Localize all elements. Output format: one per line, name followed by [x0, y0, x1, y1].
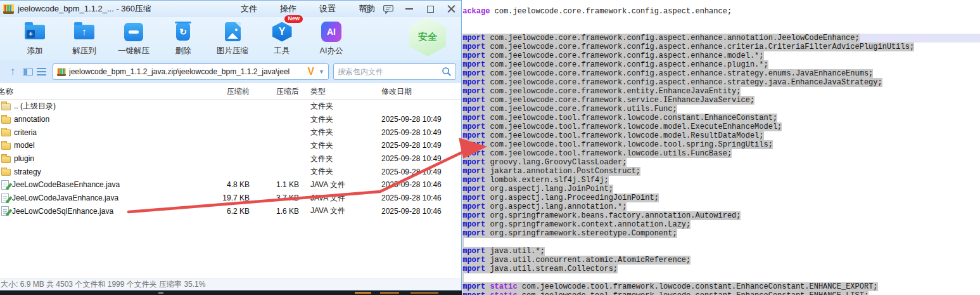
file-type: 文件夹 [299, 114, 381, 125]
file-name: model [14, 141, 35, 150]
vip-v-icon[interactable]: V [307, 67, 314, 77]
delete-icon: ↻ [172, 20, 194, 43]
code-line: import groovy.lang.GroovyClassLoader; [462, 158, 980, 167]
file-row[interactable]: model 文件夹 2025-09-28 10:49 [0, 139, 461, 152]
feedback-icon[interactable] [382, 3, 395, 15]
file-name: criteria [14, 128, 37, 137]
code-line: import com.jeelowcode.core.framework.con… [462, 43, 980, 51]
screenshot-stage: jeelowcode_bpm_1.1.2_... - 360压缩 文件 操作 设… [0, 0, 980, 295]
file-row[interactable]: strategy 文件夹 2025-09-28 10:49 [0, 165, 461, 178]
extract-icon: ↑ [73, 20, 96, 43]
menu-actions[interactable]: 操作 [280, 3, 296, 15]
title-bar: jeelowcode_bpm_1.1.2_... - 360压缩 文件 操作 设… [0, 1, 461, 17]
menu-settings[interactable]: 设置 [319, 3, 336, 15]
code-line: import com.jeelowcode.core.framework.con… [462, 69, 980, 78]
folder-icon [1, 117, 11, 124]
navigate-up-icon[interactable]: ↑ [5, 65, 20, 78]
file-row[interactable]: JeeLowCodeSqlEnhance.java 6.2 KB 1.6 KB … [0, 205, 461, 218]
archive-icon [57, 68, 66, 76]
code-line: import com.jeelowcode.core.framework.ent… [462, 87, 980, 96]
code-line [462, 25, 980, 34]
file-row[interactable]: .. (上级目录) 文件夹 [0, 100, 461, 113]
column-modified[interactable]: 修改日期 [381, 86, 456, 97]
menu-file[interactable]: 文件 [241, 3, 257, 15]
archiver-window: jeelowcode_bpm_1.1.2_... - 360压缩 文件 操作 设… [0, 0, 462, 291]
code-editor-panel[interactable]: package com.jeelowcode.core.framework.co… [462, 0, 980, 295]
file-name: plugin [14, 154, 34, 163]
close-button[interactable] [445, 3, 457, 15]
toolbar-button-onekey[interactable]: 一键解压 [109, 17, 158, 60]
code-line: import jakarta.annotation.PostConstruct; [462, 167, 980, 176]
column-size-before[interactable]: 压缩前 [209, 86, 250, 97]
code-line: import java.util.*; [462, 247, 980, 256]
folder-icon [1, 156, 11, 163]
code-line: import org.aspectj.lang.JoinPoint; [462, 185, 980, 193]
search-box [333, 63, 456, 80]
theme-shirt-icon[interactable] [361, 3, 374, 15]
list-view-icon[interactable] [37, 68, 46, 75]
column-name[interactable]: 名称 [0, 86, 209, 97]
file-type: 文件夹 [299, 140, 381, 151]
address-bar[interactable]: jeelowcode_bpm_1.1.2_java.zip\jeelowcode… [53, 63, 329, 80]
size-before: 19.7 KB [209, 193, 250, 202]
archive-path: jeelowcode_bpm_1.1.2_java.zip\jeelowcode… [69, 67, 304, 76]
file-row[interactable]: plugin 文件夹 2025-09-28 10:49 [0, 152, 461, 166]
maximize-button[interactable] [424, 3, 436, 15]
modified-date: 2025-09-28 10:49 [381, 141, 456, 150]
size-after: 1.6 KB [250, 207, 299, 216]
folder-icon [1, 143, 11, 150]
size-before: 6.2 KB [209, 207, 250, 216]
code-line: import com.jeelowcode.tool.framework.low… [462, 131, 980, 140]
file-name: JeeLowCodeSqlEnhance.java [12, 207, 113, 216]
toolbar-button-ai[interactable]: AI AI办公 [307, 17, 356, 60]
status-bar: 大小: 6.9 MB 共 4503 个文件和 1999 个文件夹 压缩率 35.… [0, 279, 461, 290]
toolbar-label: 一键解压 [118, 46, 150, 56]
toolbar-button-extract[interactable]: ↑ 解压到 [60, 17, 109, 60]
file-name: JeeLowCodeJavaEnhance.java [12, 193, 118, 202]
toolbar-button-delete[interactable]: ↻ 删除 [158, 17, 208, 60]
minimize-button[interactable] [403, 3, 416, 15]
code-line: import org.springframework.beans.factory… [462, 211, 980, 220]
toolbar-label: 添加 [27, 46, 43, 56]
code-line: import java.util.stream.Collectors; [462, 265, 980, 273]
add-icon: + [23, 20, 46, 43]
modified-date: 2025-09-28 10:46 [381, 180, 456, 189]
modified-date: 2025-09-28 10:46 [381, 193, 456, 202]
toolbar-label: 删除 [175, 46, 191, 56]
toolbar-label: 工具 [274, 46, 290, 56]
app-zip-icon [3, 4, 14, 14]
file-type: JAVA 文件 [299, 180, 381, 190]
code-line [462, 16, 980, 25]
file-type: 文件夹 [299, 154, 381, 164]
file-row[interactable]: criteria 文件夹 2025-09-28 10:49 [0, 126, 461, 139]
modified-date: 2025-09-28 10:46 [381, 207, 456, 216]
file-row[interactable]: annotation 文件夹 2025-09-28 10:49 [0, 113, 461, 126]
file-row[interactable]: JeeLowCodeBaseEnhance.java 4.8 KB 1.1 KB… [0, 178, 461, 192]
file-row[interactable]: JeeLowCodeJavaEnhance.java 19.7 KB 3.7 K… [0, 192, 461, 205]
new-badge: New [284, 15, 303, 23]
toolbar-label: 图片压缩 [217, 46, 248, 56]
code-line: import static com.jeelowcode.tool.framew… [462, 282, 980, 291]
file-name: JeeLowCodeBaseEnhance.java [12, 180, 120, 189]
status-text: 大小: 6.9 MB 共 4503 个文件和 1999 个文件夹 压缩率 35.… [0, 279, 205, 290]
column-size-after[interactable]: 压缩后 [250, 86, 299, 97]
code-line: import com.jeelowcode.tool.framework.low… [462, 114, 980, 122]
file-type: JAVA 文件 [299, 193, 381, 204]
ai-icon: AI [320, 20, 343, 43]
toolbar-button-add[interactable]: + 添加 [10, 17, 60, 60]
size-before: 4.8 KB [209, 180, 250, 189]
code-line: package com.jeelowcode.core.framework.co… [462, 7, 980, 16]
size-after: 1.1 KB [250, 180, 299, 189]
address-dropdown-icon[interactable]: ▼ [319, 69, 324, 75]
search-icon[interactable] [442, 67, 452, 77]
code-line: import com.jeelowcode.tool.framework.low… [462, 122, 980, 131]
search-input[interactable] [338, 67, 442, 76]
toolbar-button-image[interactable]: 图片压缩 [208, 17, 257, 60]
view-mode-icon[interactable] [23, 68, 33, 76]
column-type[interactable]: 类型 [299, 86, 381, 97]
toolbar: + 添加 ↑ 解压到 一键解压 ↻ 删除 图片压缩 Y 工具 New AI AI… [0, 17, 461, 60]
file-list: .. (上级目录) 文件夹 annotation 文件夹 2025-09-28 … [0, 100, 461, 218]
toolbar-button-tools[interactable]: Y 工具 New [257, 17, 307, 60]
modified-date: 2025-09-28 10:49 [381, 154, 456, 163]
modified-date: 2025-09-28 10:49 [381, 115, 456, 124]
